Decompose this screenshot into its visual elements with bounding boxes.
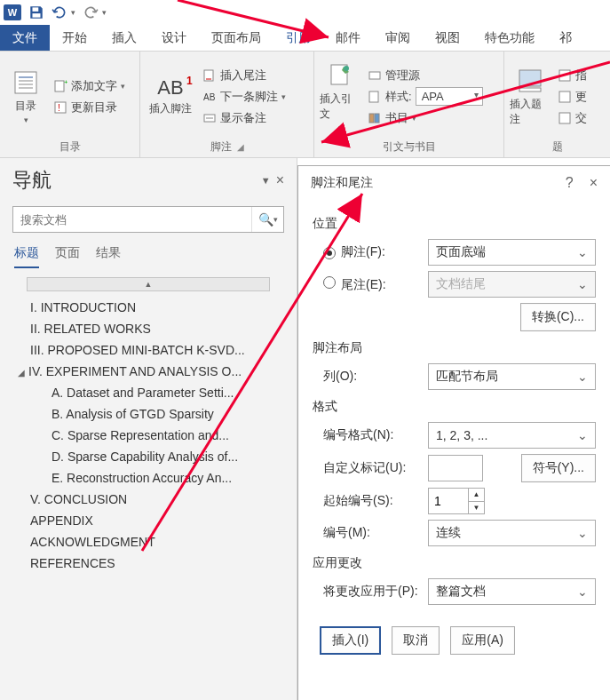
tab-insert[interactable]: 插入 bbox=[99, 25, 149, 51]
apply-to-label: 将更改应用于(P): bbox=[313, 584, 419, 600]
tab-home[interactable]: 开始 bbox=[50, 25, 99, 51]
update-toc-label: 更新目录 bbox=[71, 99, 117, 115]
manage-sources-label: 管理源 bbox=[385, 68, 420, 84]
num-format-select[interactable]: 1, 2, 3, ... bbox=[428, 422, 596, 449]
outline-item[interactable]: C. Sparse Representation and... bbox=[12, 425, 284, 446]
svg-rect-23 bbox=[519, 88, 541, 91]
outline-item[interactable]: APPENDIX bbox=[12, 510, 284, 531]
columns-select[interactable]: 匹配节布局 bbox=[428, 363, 596, 390]
tab-file[interactable]: 文件 bbox=[0, 25, 50, 51]
undo-icon[interactable] bbox=[51, 4, 67, 20]
nav-tabs: 标题 页面 结果 bbox=[12, 245, 284, 268]
insert-citation-label: 插入引文 bbox=[320, 91, 360, 122]
insert-caption-button[interactable]: 插入题注 bbox=[510, 55, 551, 138]
svg-rect-2 bbox=[15, 72, 36, 93]
footnote-position-select[interactable]: 页面底端 bbox=[428, 239, 596, 266]
svg-rect-25 bbox=[559, 91, 570, 102]
spin-down-icon[interactable]: ▼ bbox=[469, 502, 484, 514]
tab-mailings[interactable]: 邮件 bbox=[323, 25, 373, 51]
footnote-radio[interactable] bbox=[323, 247, 336, 259]
dialog-close-icon[interactable]: × bbox=[590, 175, 598, 191]
bibliography-label: 书目 bbox=[385, 110, 408, 126]
outline-item[interactable]: ACKNOWLEDGMENT bbox=[12, 531, 284, 553]
symbol-button[interactable]: 符号(Y)... bbox=[521, 454, 596, 482]
qat-customize-icon[interactable]: ▾ bbox=[102, 8, 107, 17]
start-at-label: 起始编号(S): bbox=[313, 493, 419, 509]
footnote-radio-row[interactable]: 脚注(F): bbox=[313, 244, 419, 260]
svg-rect-9 bbox=[55, 102, 66, 113]
nav-tab-headings[interactable]: 标题 bbox=[14, 245, 39, 268]
ribbon: 目录 ▾ + 添加文字▾ ! 更新目录 目录 AB1 插入脚注 bbox=[0, 52, 610, 158]
nav-close-icon[interactable]: × bbox=[276, 172, 284, 188]
undo-dropdown-icon[interactable]: ▾ bbox=[71, 8, 75, 17]
footnote-dialog: 脚注和尾注 ? × 位置 脚注(F): 页面底端 尾注(E): 文档结尾 转换(… bbox=[297, 165, 610, 700]
numbering-select[interactable]: 连续 bbox=[428, 520, 596, 546]
svg-text:AB: AB bbox=[203, 92, 216, 102]
outline-item[interactable]: II. RELATED WORKS bbox=[12, 318, 284, 339]
footnotes-launcher-icon[interactable]: ◢ bbox=[237, 142, 244, 152]
nav-title: 导航 bbox=[12, 167, 51, 194]
outline-item[interactable]: ◢IV. EXPERIMENT AND ANALYSIS O... bbox=[12, 361, 284, 382]
spin-up-icon[interactable]: ▲ bbox=[469, 489, 484, 502]
nav-options-icon[interactable]: ▼ bbox=[261, 175, 271, 186]
tab-special[interactable]: 特色功能 bbox=[472, 25, 547, 51]
add-text-button[interactable]: + 添加文字▾ bbox=[51, 76, 127, 97]
convert-button[interactable]: 转换(C)... bbox=[520, 303, 596, 331]
tab-design[interactable]: 设计 bbox=[149, 25, 199, 51]
tab-more[interactable]: 祁 bbox=[547, 25, 584, 51]
save-icon[interactable] bbox=[28, 4, 44, 20]
outline-item[interactable]: III. PROPOSED MINI-BATCH K-SVD... bbox=[12, 339, 284, 361]
outline-item[interactable]: D. Sparse Capability Analysis of... bbox=[12, 446, 284, 467]
outline-item[interactable]: B. Analysis of GTGD Sparsity bbox=[12, 403, 284, 425]
start-at-spinner[interactable]: ▲▼ bbox=[428, 488, 485, 514]
svg-rect-1 bbox=[33, 13, 41, 18]
endnote-position-select: 文档结尾 bbox=[428, 271, 596, 298]
svg-rect-26 bbox=[559, 113, 570, 123]
cross-ref-button[interactable]: 交 bbox=[556, 107, 589, 129]
bibliography-button[interactable]: 书目▾ bbox=[366, 107, 485, 129]
outline-item[interactable]: A. Dataset and Parameter Setti... bbox=[12, 382, 284, 403]
apply-button[interactable]: 应用(A) bbox=[450, 626, 515, 655]
style-label: 样式: bbox=[385, 89, 412, 105]
custom-mark-input[interactable] bbox=[428, 455, 483, 481]
nav-search-input[interactable] bbox=[13, 207, 251, 232]
outline-item[interactable]: REFERENCES bbox=[12, 553, 284, 574]
section-position: 位置 bbox=[313, 216, 596, 232]
insert-footnote-button[interactable]: AB1 插入脚注 bbox=[146, 55, 195, 138]
nav-tab-pages[interactable]: 页面 bbox=[55, 245, 80, 268]
manage-sources-button[interactable]: 管理源 bbox=[366, 65, 485, 86]
group-captions: 插入题注 指 更 交 题 bbox=[504, 52, 610, 157]
svg-rect-19 bbox=[369, 91, 378, 102]
redo-icon[interactable] bbox=[83, 4, 99, 20]
tab-references[interactable]: 引用 bbox=[273, 25, 323, 51]
next-footnote-button[interactable]: AB 下一条脚注▾ bbox=[201, 86, 288, 107]
group-captions-label: 题 bbox=[510, 138, 605, 155]
toc-button[interactable]: 目录 ▾ bbox=[5, 55, 46, 138]
update-toc-button[interactable]: ! 更新目录 bbox=[51, 97, 127, 118]
nav-collapse-bar[interactable]: ▲ bbox=[27, 277, 270, 291]
cancel-button[interactable]: 取消 bbox=[392, 626, 440, 655]
tab-view[interactable]: 视图 bbox=[423, 25, 472, 51]
insert-endnote-button[interactable]: 插入尾注 bbox=[201, 65, 288, 86]
insert-button[interactable]: 插入(I) bbox=[320, 626, 381, 655]
insert-citation-button[interactable]: 插入引文 ▾ bbox=[320, 55, 360, 138]
endnote-radio[interactable] bbox=[323, 276, 336, 289]
show-notes-button[interactable]: 显示备注 bbox=[201, 107, 288, 129]
start-at-input[interactable] bbox=[429, 489, 468, 513]
svg-rect-20 bbox=[369, 114, 374, 123]
insert-tof-button[interactable]: 指 bbox=[556, 65, 589, 86]
citation-style-select[interactable]: APA bbox=[416, 87, 483, 106]
apply-to-select[interactable]: 整篇文档 bbox=[428, 578, 596, 605]
columns-label: 列(O): bbox=[313, 369, 419, 385]
dialog-help-icon[interactable]: ? bbox=[566, 175, 574, 191]
outline-item[interactable]: I. INTRODUCTION bbox=[12, 297, 284, 318]
update-tof-button[interactable]: 更 bbox=[556, 86, 589, 107]
search-icon[interactable]: 🔍 ▾ bbox=[251, 207, 283, 232]
svg-rect-21 bbox=[375, 114, 379, 123]
endnote-radio-row[interactable]: 尾注(E): bbox=[313, 276, 419, 293]
outline-item[interactable]: E. Reconstruction Accuracy An... bbox=[12, 467, 284, 489]
tab-layout[interactable]: 页面布局 bbox=[199, 25, 273, 51]
tab-review[interactable]: 审阅 bbox=[373, 25, 423, 51]
nav-tab-results[interactable]: 结果 bbox=[96, 245, 121, 268]
outline-item[interactable]: V. CONCLUSION bbox=[12, 489, 284, 510]
